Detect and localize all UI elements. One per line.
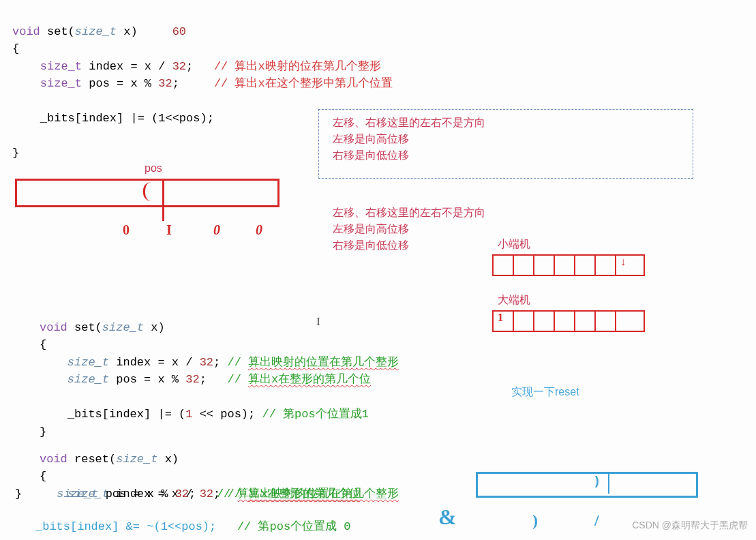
hand-digit-3: 0: [256, 222, 262, 238]
shift-note-1: 左移、右移这里的左右不是方向 左移是向高位移 右移是向低位移: [333, 115, 485, 164]
big-endian-label: 大端机: [498, 292, 530, 308]
pos-label: pos: [145, 160, 162, 177]
reset-mark-1: ): [593, 475, 601, 488]
reset-rect: [476, 472, 698, 498]
code-block-3c: _bits[index] &= ~(1<<pos); // 第pos个位置成 0: [35, 518, 351, 536]
little-endian-label: 小端机: [498, 236, 530, 252]
paren-mark: [143, 182, 157, 201]
watermark: CSDN @森明帮大于黑虎帮: [632, 520, 748, 532]
big-endian-cells: [492, 310, 645, 332]
shift-note-2: 左移、右移这里的左右不是方向 左移是向高位移 右移是向低位移: [333, 205, 485, 254]
hand-amp: &: [438, 505, 457, 530]
code-block-2: void set(size_t x) { size_t index = x / …: [40, 301, 399, 440]
bit-divider: [162, 179, 164, 221]
reset-divider: [608, 473, 609, 494]
text-cursor: I: [316, 315, 320, 329]
reset-hint: 实现一下reset: [511, 385, 579, 400]
little-endian-mark: ↓: [620, 256, 626, 268]
big-endian-mark: 1: [498, 312, 503, 324]
code-block-3b: } size_t pos = x % 32; // 算出x在整形的第几个位: [15, 485, 361, 503]
hand-digit-2: 0: [213, 222, 220, 238]
hand-bit2: /: [594, 511, 599, 530]
hand-digit-0: 0: [123, 222, 130, 238]
hand-digit-1: I: [166, 222, 172, 238]
hand-bit1: ): [532, 511, 538, 530]
